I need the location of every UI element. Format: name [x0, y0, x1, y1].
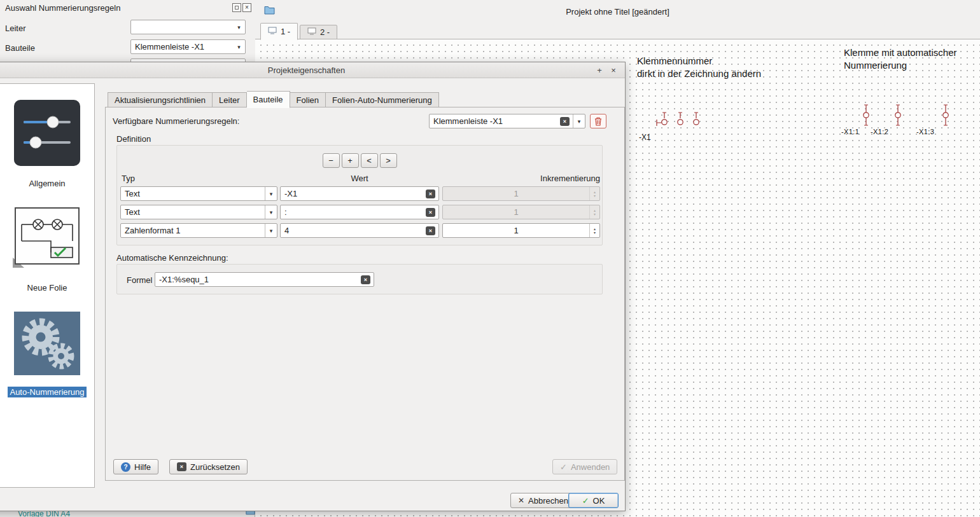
gears-icon — [14, 312, 80, 375]
tab-label: Aktualisierungsrichtlinien — [115, 95, 206, 105]
dialog-plus-button[interactable]: + — [594, 65, 605, 75]
sliders-icon — [14, 100, 80, 166]
abbrechen-label: Abbrechen — [528, 496, 568, 506]
typ-select-row1[interactable]: Text ▾ — [120, 186, 277, 201]
plus-icon: + — [347, 156, 353, 165]
auto-kennzeichnung-label: Automatische Kennzeichnung: — [116, 253, 228, 263]
sheet-tab-1[interactable]: 1 - — [260, 23, 298, 40]
minus-icon: − — [328, 156, 333, 165]
move-right-button[interactable]: > — [380, 153, 397, 168]
typ-select-row2[interactable]: Text ▾ — [120, 205, 277, 219]
wert-field-row2[interactable]: : × — [280, 205, 439, 219]
sidebar-item-neue-folie[interactable] — [11, 207, 83, 272]
sheet-icon — [268, 27, 277, 36]
zuruecksetzen-button[interactable]: × Zurücksetzen — [169, 459, 248, 474]
spinner-buttons[interactable]: ▴▾ — [589, 224, 599, 237]
spinner-buttons: ▴▾ — [589, 187, 599, 200]
chevron-down-icon: ▾ — [265, 224, 277, 237]
dialog-titlebar[interactable]: Projekteigenschaften + × — [0, 62, 625, 78]
sidebar-label-text: Allgemein — [29, 179, 65, 188]
sidebar-item-auto-nummerierung[interactable] — [14, 312, 80, 375]
help-icon: ? — [121, 462, 130, 472]
settings-category-list: Allgemein — [0, 83, 95, 488]
typ-select-row3[interactable]: Zahlenformat 1 ▾ — [120, 223, 277, 238]
spin-down-icon: ▾ — [594, 212, 596, 216]
typ-value: Zahlenformat 1 — [125, 226, 180, 235]
clear-text-icon[interactable]: × — [560, 117, 570, 126]
column-header-wert: Wert — [280, 174, 439, 183]
chevron-down-icon: ▾ — [265, 187, 277, 200]
definition-toolbar: − + < > — [117, 153, 602, 168]
delete-rule-button[interactable] — [590, 114, 606, 128]
leiter-label: Leiter — [5, 24, 26, 33]
tab-label: Bauteile — [253, 95, 283, 104]
terminal-label: -X1:3 — [916, 128, 934, 135]
wert-field-row1[interactable]: -X1 × — [280, 186, 439, 201]
tab-aktualisierungsrichtlinien[interactable]: Aktualisierungsrichtlinien — [108, 92, 213, 107]
close-icon: × — [245, 4, 249, 11]
chevron-down-icon: ▾ — [265, 205, 277, 219]
leiter-select[interactable]: ▾ — [130, 20, 246, 34]
hilfe-button[interactable]: ? Hilfe — [113, 459, 158, 474]
trash-icon — [594, 117, 602, 126]
float-icon — [235, 6, 239, 10]
increment-value: 1 — [443, 224, 589, 237]
tab-bauteile[interactable]: Bauteile — [247, 91, 290, 108]
definition-group: − + < > Typ Wert Inkrementierung Text ▾ … — [116, 145, 603, 245]
wert-value: 4 — [284, 226, 289, 235]
clear-text-icon[interactable]: × — [426, 190, 435, 198]
sheet-tab-2[interactable]: 2 - — [300, 25, 337, 39]
anwenden-button: ✓ Anwenden — [552, 459, 617, 474]
chevron-right-icon: > — [386, 156, 391, 165]
chevron-down-icon[interactable]: ▾ — [573, 114, 585, 128]
increment-field-row3[interactable]: 1 ▴▾ — [442, 223, 600, 238]
typ-value: Text — [125, 189, 140, 198]
bauteile-select[interactable]: Klemmenleiste -X1 ▾ — [130, 39, 246, 54]
sheet-tab-label: 1 - — [281, 27, 290, 36]
wert-field-row3[interactable]: 4 × — [280, 223, 439, 238]
move-left-button[interactable]: < — [361, 153, 378, 168]
add-row-button[interactable]: + — [342, 153, 359, 168]
tab-folien[interactable]: Folien — [290, 92, 326, 107]
sidebar-label-neue-folie[interactable]: Neue Folie — [0, 283, 94, 293]
dock-close-button[interactable]: × — [242, 3, 251, 12]
plus-icon: + — [597, 65, 602, 75]
sidebar-label-auto-nummerierung[interactable]: Auto-Nummerierung — [0, 387, 94, 397]
tab-label: Folien-Auto-Nummerierung — [332, 95, 432, 105]
dock-title: Auswahl Nummerierungsregeln — [5, 3, 120, 13]
clear-text-icon[interactable]: × — [426, 226, 435, 235]
sidebar-item-allgemein[interactable] — [14, 100, 80, 166]
window-title: Projekt ohne Titel [geändert] — [255, 7, 980, 17]
tab-leiter[interactable]: Leiter — [213, 92, 247, 107]
abbrechen-button[interactable]: ✕ Abbrechen — [510, 493, 576, 508]
annotation-line: dirkt in der Zeichnung ändern — [637, 67, 761, 80]
check-icon: ✓ — [582, 496, 589, 506]
sheet-tab-label: 2 - — [320, 27, 330, 37]
increment-field-row2: 1 ▴▾ — [442, 205, 600, 219]
annotation-auto-numbering: Klemme mit automatischer Nummerierung — [844, 46, 957, 72]
bauteile-value: Klemmenleiste -X1 — [135, 42, 204, 52]
dock-titlebar: Auswahl Nummerierungsregeln × — [0, 0, 255, 15]
rules-select[interactable]: Klemmenleiste -X1 × ▾ — [429, 114, 585, 128]
check-icon: ✓ — [560, 462, 567, 472]
bauteile-tab-pane: Verfügbare Nummerierungsregeln: Klemmenl… — [105, 107, 625, 481]
remove-row-button[interactable]: − — [323, 153, 340, 168]
clear-text-icon[interactable]: × — [361, 275, 370, 284]
formel-value: -X1:%sequ_1 — [159, 275, 209, 284]
tab-folien-auto-nummerierung[interactable]: Folien-Auto-Nummerierung — [326, 92, 439, 107]
definition-label: Definition — [116, 134, 151, 144]
sidebar-label-allgemein[interactable]: Allgemein — [0, 179, 94, 188]
tab-label: Folien — [297, 95, 319, 105]
annotation-manual-numbering: Klemmennummer dirkt in der Zeichnung änd… — [637, 55, 761, 80]
tab-label: Leiter — [219, 95, 240, 105]
sidebar-label-text: Neue Folie — [27, 283, 67, 293]
ok-button[interactable]: ✓ OK — [568, 493, 619, 508]
formel-label: Formel — [127, 275, 152, 285]
dialog-close-button[interactable]: × — [608, 65, 619, 75]
formel-field[interactable]: -X1:%sequ_1 × — [155, 272, 374, 287]
increment-value: 1 — [443, 187, 589, 200]
annotation-line: Klemme mit automatischer — [844, 46, 957, 59]
dock-float-button[interactable] — [232, 3, 241, 12]
clear-text-icon[interactable]: × — [426, 208, 435, 217]
ok-label: OK — [593, 496, 605, 506]
